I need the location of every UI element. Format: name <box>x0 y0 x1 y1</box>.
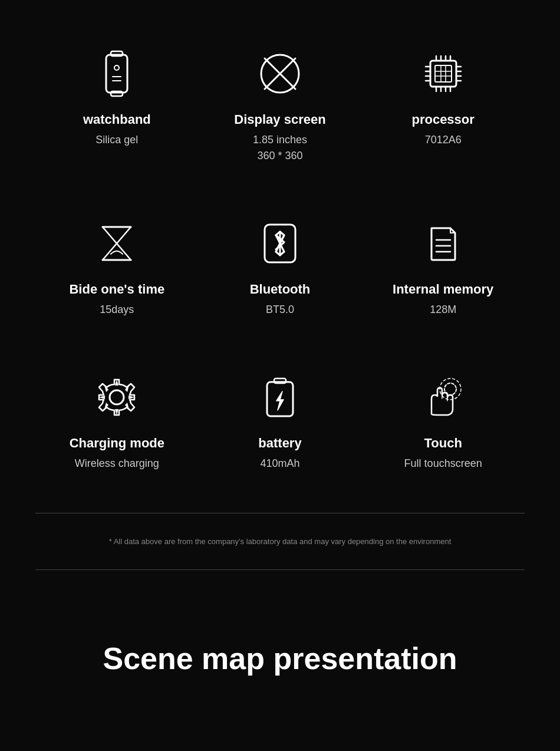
hourglass-icon <box>90 217 143 270</box>
spec-cell-memory: Internal memory 128M <box>361 193 525 347</box>
processor-icon <box>417 47 470 100</box>
display-title: Display screen <box>234 112 325 127</box>
spec-cell-processor: processor 7012A6 <box>361 24 525 193</box>
bluetooth-value: BT5.0 <box>266 302 294 318</box>
scene-title: Scene map presentation <box>35 641 525 676</box>
battery-value: 410mAh <box>260 456 299 472</box>
svg-rect-0 <box>106 55 127 93</box>
display-value: 1.85 inches360 * 360 <box>253 132 307 164</box>
watchband-title: watchband <box>83 112 151 127</box>
spec-cell-touch: Touch Full touchscreen <box>361 347 525 501</box>
memory-icon <box>417 217 470 270</box>
battery-life-title: Bide one's time <box>69 282 164 297</box>
memory-title: Internal memory <box>393 282 493 297</box>
gear-icon <box>90 371 143 424</box>
touch-icon <box>417 371 470 424</box>
battery-icon <box>253 371 307 424</box>
charging-value: Wireless charging <box>75 456 159 472</box>
bluetooth-title: Bluetooth <box>250 282 311 297</box>
disclaimer-text: * All data above are from the company's … <box>35 525 525 558</box>
spec-cell-display: Display screen 1.85 inches360 * 360 <box>199 24 362 193</box>
spec-cell-bluetooth: Bluetooth BT5.0 <box>199 193 362 347</box>
svg-rect-2 <box>111 91 123 96</box>
spec-cell-charging: Charging mode Wireless charging <box>35 347 199 501</box>
bluetooth-icon <box>253 217 307 270</box>
memory-value: 128M <box>430 302 456 318</box>
svg-rect-44 <box>274 378 286 383</box>
spec-cell-battery: battery 410mAh <box>199 347 362 501</box>
display-icon <box>253 47 307 100</box>
svg-point-3 <box>114 65 119 70</box>
battery-title: battery <box>258 436 301 451</box>
processor-title: processor <box>411 112 474 127</box>
svg-point-42 <box>110 390 124 404</box>
processor-value: 7012A6 <box>425 132 462 148</box>
svg-rect-10 <box>435 65 452 82</box>
battery-life-value: 15days <box>100 302 134 318</box>
spec-cell-watchband: watchband Silica gel <box>35 24 199 193</box>
svg-rect-9 <box>430 61 456 87</box>
svg-rect-1 <box>111 51 123 56</box>
specs-grid: watchband Silica gel Display screen 1.85… <box>35 24 525 501</box>
spec-cell-battery-life: Bide one's time 15days <box>35 193 199 347</box>
watchband-value: Silica gel <box>95 132 138 148</box>
bottom-divider <box>35 569 525 570</box>
touch-title: Touch <box>424 436 462 451</box>
scene-section: Scene map presentation <box>35 605 525 700</box>
svg-point-46 <box>440 378 461 400</box>
top-divider <box>35 513 525 513</box>
main-container: watchband Silica gel Display screen 1.85… <box>0 0 560 723</box>
watchband-icon <box>90 47 143 100</box>
charging-title: Charging mode <box>70 436 164 451</box>
touch-value: Full touchscreen <box>404 456 482 472</box>
